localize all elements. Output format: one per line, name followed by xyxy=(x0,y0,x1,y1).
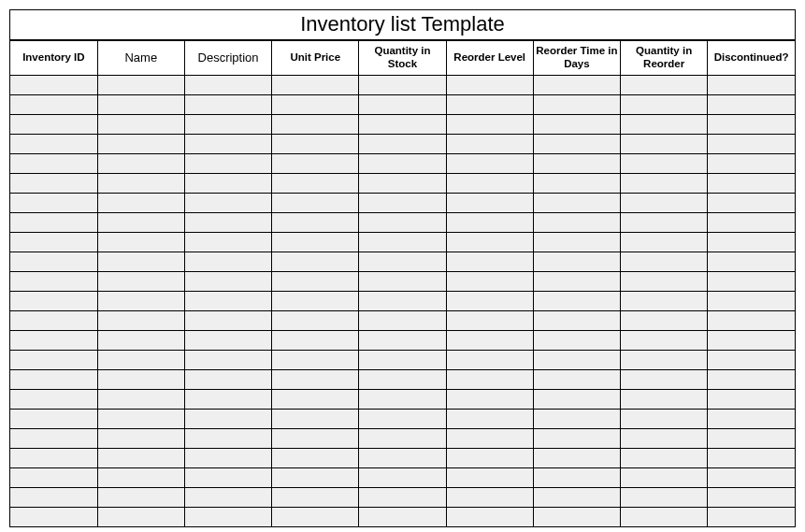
table-cell[interactable] xyxy=(359,448,446,467)
table-cell[interactable] xyxy=(533,330,620,350)
table-cell[interactable] xyxy=(10,487,97,507)
table-cell[interactable] xyxy=(446,369,533,389)
table-cell[interactable] xyxy=(10,467,97,487)
table-cell[interactable] xyxy=(446,507,533,526)
table-cell[interactable] xyxy=(184,134,271,153)
table-cell[interactable] xyxy=(621,271,708,291)
table-cell[interactable] xyxy=(708,409,795,428)
table-cell[interactable] xyxy=(708,94,795,114)
table-cell[interactable] xyxy=(533,448,620,467)
table-cell[interactable] xyxy=(184,271,271,291)
table-cell[interactable] xyxy=(10,291,97,310)
table-cell[interactable] xyxy=(533,173,620,193)
table-cell[interactable] xyxy=(708,173,795,193)
table-cell[interactable] xyxy=(446,252,533,271)
table-cell[interactable] xyxy=(272,389,359,409)
table-cell[interactable] xyxy=(272,212,359,232)
table-cell[interactable] xyxy=(184,291,271,310)
table-cell[interactable] xyxy=(359,114,446,134)
table-cell[interactable] xyxy=(621,94,708,114)
table-cell[interactable] xyxy=(533,75,620,94)
table-cell[interactable] xyxy=(708,428,795,448)
table-cell[interactable] xyxy=(708,134,795,153)
table-cell[interactable] xyxy=(10,310,97,330)
table-cell[interactable] xyxy=(359,409,446,428)
table-cell[interactable] xyxy=(621,291,708,310)
table-cell[interactable] xyxy=(446,467,533,487)
table-cell[interactable] xyxy=(10,409,97,428)
table-cell[interactable] xyxy=(184,448,271,467)
table-cell[interactable] xyxy=(708,310,795,330)
table-cell[interactable] xyxy=(184,193,271,212)
table-cell[interactable] xyxy=(359,193,446,212)
table-cell[interactable] xyxy=(446,487,533,507)
table-cell[interactable] xyxy=(708,389,795,409)
table-cell[interactable] xyxy=(10,134,97,153)
table-cell[interactable] xyxy=(446,94,533,114)
table-cell[interactable] xyxy=(708,291,795,310)
table-cell[interactable] xyxy=(272,330,359,350)
table-cell[interactable] xyxy=(97,173,184,193)
table-cell[interactable] xyxy=(446,448,533,467)
table-cell[interactable] xyxy=(446,310,533,330)
table-cell[interactable] xyxy=(184,153,271,173)
table-cell[interactable] xyxy=(708,369,795,389)
table-cell[interactable] xyxy=(184,389,271,409)
table-cell[interactable] xyxy=(446,428,533,448)
table-cell[interactable] xyxy=(359,369,446,389)
table-cell[interactable] xyxy=(621,114,708,134)
table-cell[interactable] xyxy=(10,448,97,467)
table-cell[interactable] xyxy=(533,369,620,389)
table-cell[interactable] xyxy=(359,428,446,448)
table-cell[interactable] xyxy=(97,487,184,507)
table-cell[interactable] xyxy=(446,153,533,173)
table-cell[interactable] xyxy=(621,389,708,409)
table-cell[interactable] xyxy=(272,232,359,252)
table-cell[interactable] xyxy=(184,467,271,487)
table-cell[interactable] xyxy=(446,330,533,350)
table-cell[interactable] xyxy=(10,153,97,173)
table-cell[interactable] xyxy=(10,507,97,526)
table-cell[interactable] xyxy=(97,350,184,369)
table-cell[interactable] xyxy=(621,173,708,193)
table-cell[interactable] xyxy=(708,75,795,94)
table-cell[interactable] xyxy=(533,310,620,330)
table-cell[interactable] xyxy=(446,193,533,212)
table-cell[interactable] xyxy=(708,153,795,173)
table-cell[interactable] xyxy=(446,75,533,94)
table-cell[interactable] xyxy=(533,467,620,487)
table-cell[interactable] xyxy=(533,212,620,232)
table-cell[interactable] xyxy=(10,271,97,291)
table-cell[interactable] xyxy=(446,350,533,369)
table-cell[interactable] xyxy=(359,173,446,193)
table-cell[interactable] xyxy=(621,448,708,467)
table-cell[interactable] xyxy=(621,330,708,350)
table-cell[interactable] xyxy=(272,467,359,487)
table-cell[interactable] xyxy=(272,428,359,448)
table-cell[interactable] xyxy=(621,252,708,271)
table-cell[interactable] xyxy=(97,507,184,526)
table-cell[interactable] xyxy=(533,153,620,173)
table-cell[interactable] xyxy=(10,94,97,114)
table-cell[interactable] xyxy=(97,310,184,330)
table-cell[interactable] xyxy=(621,212,708,232)
table-cell[interactable] xyxy=(272,409,359,428)
table-cell[interactable] xyxy=(533,271,620,291)
table-cell[interactable] xyxy=(621,369,708,389)
table-cell[interactable] xyxy=(621,428,708,448)
table-cell[interactable] xyxy=(272,271,359,291)
table-cell[interactable] xyxy=(359,94,446,114)
table-cell[interactable] xyxy=(533,252,620,271)
table-cell[interactable] xyxy=(621,487,708,507)
table-cell[interactable] xyxy=(97,389,184,409)
table-cell[interactable] xyxy=(446,114,533,134)
table-cell[interactable] xyxy=(446,232,533,252)
table-cell[interactable] xyxy=(446,134,533,153)
table-cell[interactable] xyxy=(272,75,359,94)
table-cell[interactable] xyxy=(10,232,97,252)
table-cell[interactable] xyxy=(97,212,184,232)
table-cell[interactable] xyxy=(272,507,359,526)
table-cell[interactable] xyxy=(359,134,446,153)
table-cell[interactable] xyxy=(97,369,184,389)
table-cell[interactable] xyxy=(10,350,97,369)
